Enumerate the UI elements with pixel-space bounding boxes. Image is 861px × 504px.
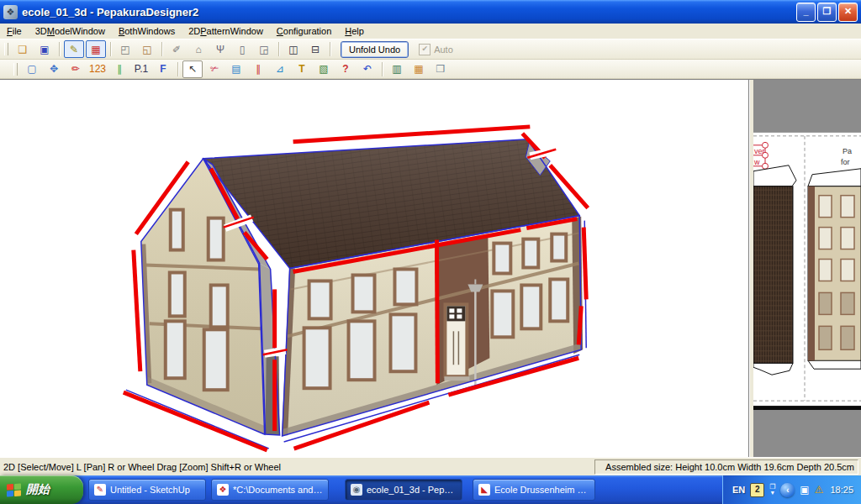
edge-pen-icon[interactable]: ✏ (66, 60, 86, 78)
page-number-icon[interactable]: P.1 (131, 60, 151, 78)
taskbar-item-documents[interactable]: ❖ *C:\Documents and Se... (211, 479, 329, 501)
join-edge-icon[interactable]: ✃ (204, 60, 224, 78)
assembled-size-text: Assembled size: Height 10.0cm Width 19.6… (594, 459, 858, 475)
texture-display-toggle-icon[interactable]: ✎ (64, 40, 84, 58)
pattern-piece-roof[interactable] (753, 165, 796, 375)
separator (382, 62, 383, 76)
annotation-text-3: Pa (843, 147, 852, 155)
document-icon: ❖ (217, 484, 229, 496)
pen-icon[interactable]: ✐ (166, 40, 187, 58)
pepakura-icon: ◉ (351, 484, 362, 496)
help-house-icon[interactable]: ? (335, 60, 356, 78)
outside-page-area (753, 80, 861, 133)
restore-button[interactable]: ❐ (817, 3, 837, 22)
save-file-icon[interactable]: ▣ (34, 40, 55, 58)
anchor-icon[interactable]: Ψ (210, 40, 230, 58)
menu-2d-pattern-window[interactable]: 2DPatternWindow (182, 24, 270, 38)
select-cursor-icon[interactable]: ↖ (182, 60, 203, 78)
windows-flag-icon (7, 483, 21, 496)
status-hint-text: 2D [Select/Move] L [Pan] R or Wheel Drag… (0, 462, 594, 472)
annotation-text-1: ver (754, 147, 765, 155)
edge-number-icon[interactable]: 123 (87, 60, 108, 78)
pdf-icon: ◣ (478, 484, 490, 496)
language-indicator[interactable]: EN (732, 485, 745, 495)
app-icon: ❖ (3, 5, 18, 19)
unfold-undo-button[interactable]: Unfold Undo (341, 41, 409, 58)
insert-text-icon[interactable]: T (292, 60, 312, 78)
pattern-piece-facade[interactable] (808, 169, 861, 369)
separator (59, 42, 60, 56)
menu-bar: File 3DModelWindow BothWindows 2DPattern… (0, 24, 861, 39)
close-button[interactable]: ✕ (838, 3, 858, 22)
3d-model-pane[interactable] (0, 80, 749, 457)
sketchup-icon: ✎ (94, 484, 106, 496)
status-bar: 2D [Select/Move] L [Pan] R or Wheel Drag… (0, 457, 861, 475)
separator (177, 62, 178, 76)
auto-label: Auto (434, 45, 453, 55)
solid-display-toggle-icon[interactable]: ▦ (86, 40, 106, 58)
print-icon[interactable]: ❒ (430, 60, 451, 78)
workspace: ver w Pa for (0, 79, 861, 457)
separator (161, 42, 162, 56)
undo-icon[interactable]: ↶ (357, 60, 378, 78)
window-title: ecole_01_3d - PepakuraDesigner2 (22, 6, 795, 18)
menu-file[interactable]: File (0, 24, 29, 38)
minimize-button[interactable]: _ (796, 3, 816, 22)
prism-icon[interactable]: ⌂ (188, 40, 209, 58)
separator (278, 42, 279, 56)
network-warning-icon[interactable]: ⚠ (815, 483, 824, 496)
auto-checkbox[interactable]: ✔ (419, 44, 430, 55)
export-image-icon[interactable]: ▥ (387, 60, 407, 78)
window-split-horizontal-icon[interactable]: ⊟ (305, 40, 325, 58)
insert-image-icon[interactable]: ▧ (314, 60, 334, 78)
annotation-text-2: w (753, 158, 760, 166)
pepakura-window: ❖ ecole_01_3d - PepakuraDesigner2 _ ❐ ✕ … (0, 0, 861, 504)
2d-pattern-pane[interactable]: ver w Pa for (753, 80, 861, 457)
annotation-text-4: for (841, 158, 850, 166)
taskbar-item-pdf[interactable]: ◣ Ecole Drussenheim 01 ... (473, 479, 595, 501)
auto-checkbox-group: ✔ Auto (419, 44, 453, 55)
flatten-icon[interactable]: ⊿ (270, 60, 290, 78)
measure-icon[interactable]: ▦ (409, 60, 429, 78)
rotate-view-icon[interactable]: ◲ (254, 40, 274, 58)
network-icon[interactable]: ▣ (800, 483, 809, 496)
taskbar-item-sketchup[interactable]: ✎ Untitled - SketchUp (88, 479, 206, 501)
stamp-icon[interactable]: ▤ (226, 60, 246, 78)
panel-icon[interactable]: ▯ (232, 40, 252, 58)
start-button[interactable]: 開始 (0, 475, 83, 504)
unfold-box-icon[interactable]: ◰ (115, 40, 135, 58)
fold-line-green-icon[interactable]: ∥ (109, 60, 129, 78)
font-icon[interactable]: F (153, 60, 173, 78)
separator (110, 42, 111, 56)
window-split-vertical-icon[interactable]: ◫ (283, 40, 304, 58)
menu-help[interactable]: Help (338, 24, 371, 38)
menu-configuration[interactable]: Configuration (270, 24, 338, 38)
refold-box-icon[interactable]: ◱ (137, 40, 157, 58)
taskbar: 開始 ✎ Untitled - SketchUp ❖ *C:\Documents… (0, 475, 861, 504)
edit-toolbar: ▢ ✥ ✏ 123 ∥ P.1 F ↖ ✃ ▤ ∥ ⊿ T ▧ ? ↶ ▥ ▦ … (0, 60, 861, 79)
taskbar-item-pepakura[interactable]: ◉ ecole_01_3d - Pepaku... (345, 479, 462, 501)
select-area-icon[interactable]: ▢ (22, 60, 42, 78)
separator (330, 42, 330, 56)
menu-3d-model-window[interactable]: 3DModelWindow (29, 24, 112, 38)
hide-tray-icons-button[interactable]: ‹ (780, 483, 795, 497)
toolbar-grip[interactable] (13, 63, 18, 76)
ime-icon[interactable]: 2 (750, 483, 764, 497)
3d-model-canvas[interactable] (0, 80, 748, 457)
toolbar-grip[interactable] (4, 43, 8, 55)
open-file-icon[interactable]: ❑ (13, 40, 33, 58)
menu-both-windows[interactable]: BothWindows (112, 24, 182, 38)
main-toolbar: ❑ ▣ ✎ ▦ ◰ ◱ ✐ ⌂ Ψ ▯ ◲ ◫ ⊟ Unfold Undo ✔ … (0, 39, 861, 60)
toolbar-window-icon[interactable]: ❐▾ (769, 484, 775, 496)
clock[interactable]: 18:25 (830, 485, 853, 495)
start-label: 開始 (26, 482, 50, 497)
system-tray: EN 2 ❐▾ ‹ ▣ ⚠ 18:25 (722, 475, 861, 504)
title-bar: ❖ ecole_01_3d - PepakuraDesigner2 _ ❐ ✕ (0, 0, 861, 24)
fit-view-icon[interactable]: ✥ (44, 60, 64, 78)
fold-display-red-icon[interactable]: ∥ (248, 60, 268, 78)
2d-pattern-canvas[interactable]: ver w Pa for (753, 80, 861, 457)
